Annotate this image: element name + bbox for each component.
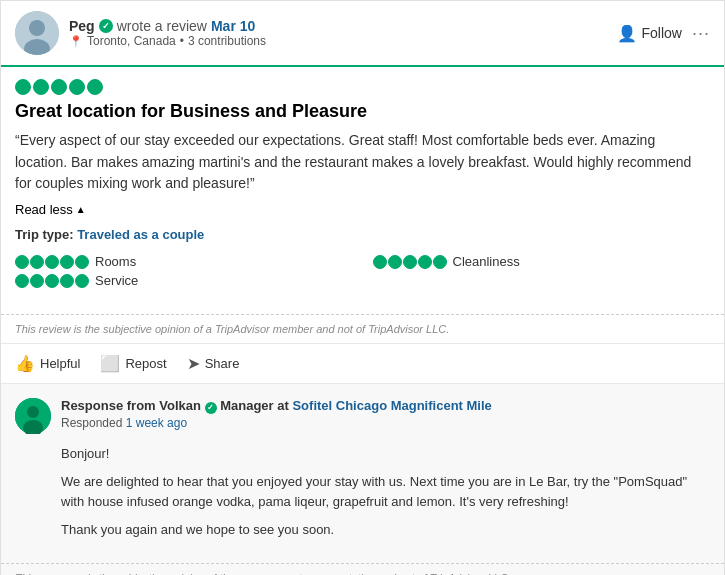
- service-stars: [15, 274, 89, 288]
- hotel-name: Sofitel Chicago Magnificent Mile: [292, 398, 491, 413]
- cleanliness-star-1: [373, 255, 387, 269]
- rooms-star-5: [75, 255, 89, 269]
- rating-service: Service: [15, 273, 353, 288]
- service-star-5: [75, 274, 89, 288]
- avatar: [15, 11, 59, 55]
- repost-icon: ⬜: [100, 354, 120, 373]
- response-from: Response from Volkan ✓ Manager at Sofite…: [61, 398, 710, 414]
- ratings-grid: Rooms Cleanliness: [15, 254, 710, 288]
- read-less-button[interactable]: Read less ▲: [15, 202, 86, 217]
- trip-type-label: Trip type:: [15, 227, 74, 242]
- helpful-button[interactable]: 👍 Helpful: [15, 354, 80, 373]
- cleanliness-star-3: [403, 255, 417, 269]
- response-meta: Response from Volkan ✓ Manager at Sofite…: [61, 398, 710, 430]
- review-card: Peg ✓ wrote a review Mar 10 📍 Toronto, C…: [0, 0, 725, 575]
- user-meta: 📍 Toronto, Canada • 3 contributions: [69, 34, 266, 48]
- review-date: Mar 10: [211, 18, 255, 34]
- more-options-button[interactable]: ···: [692, 23, 710, 44]
- trip-type-value: Traveled as a couple: [77, 227, 204, 242]
- star-4: [69, 79, 85, 95]
- service-star-3: [45, 274, 59, 288]
- read-less-label: Read less: [15, 202, 73, 217]
- star-5: [87, 79, 103, 95]
- repost-button[interactable]: ⬜ Repost: [100, 354, 166, 373]
- rooms-star-1: [15, 255, 29, 269]
- response-time: Responded 1 week ago: [61, 416, 710, 430]
- service-label: Service: [95, 273, 138, 288]
- cleanliness-star-4: [418, 255, 432, 269]
- svg-point-1: [29, 20, 45, 36]
- rooms-star-4: [60, 255, 74, 269]
- response-disclaimer: This response is the subjective opinion …: [1, 563, 724, 575]
- review-text-content: “Every aspect of our stay exceeded our e…: [15, 132, 691, 191]
- star-3: [51, 79, 67, 95]
- response-greeting: Bonjour!: [61, 444, 710, 464]
- follow-label: Follow: [642, 25, 682, 41]
- helpful-label: Helpful: [40, 356, 80, 371]
- header-left: Peg ✓ wrote a review Mar 10 📍 Toronto, C…: [15, 11, 266, 55]
- service-star-4: [60, 274, 74, 288]
- chevron-up-icon: ▲: [76, 204, 86, 215]
- service-star-2: [30, 274, 44, 288]
- share-label: Share: [205, 356, 240, 371]
- header-right: 👤 Follow ···: [617, 23, 710, 44]
- share-icon: ➤: [187, 354, 200, 373]
- star-2: [33, 79, 49, 95]
- manager-role: Manager at: [220, 398, 289, 413]
- user-info: Peg ✓ wrote a review Mar 10 📍 Toronto, C…: [69, 18, 266, 48]
- response-text: Bonjour! We are delighted to hear that y…: [15, 444, 710, 541]
- response-header: Response from Volkan ✓ Manager at Sofite…: [15, 398, 710, 434]
- follow-icon: 👤: [617, 24, 637, 43]
- user-location: Toronto, Canada: [87, 34, 176, 48]
- rooms-star-2: [30, 255, 44, 269]
- user-name: Peg: [69, 18, 95, 34]
- repost-label: Repost: [125, 356, 166, 371]
- cleanliness-stars: [373, 255, 447, 269]
- manager-name: Volkan: [159, 398, 201, 413]
- response-section: Response from Volkan ✓ Manager at Sofite…: [1, 384, 724, 563]
- response-time-value: 1 week ago: [126, 416, 187, 430]
- trip-type: Trip type: Traveled as a couple: [15, 227, 710, 242]
- action-bar: 👍 Helpful ⬜ Repost ➤ Share: [1, 343, 724, 384]
- overall-stars: [15, 79, 710, 95]
- rating-rooms: Rooms: [15, 254, 353, 269]
- review-disclaimer: This review is the subjective opinion of…: [1, 314, 724, 343]
- rating-cleanliness: Cleanliness: [373, 254, 711, 269]
- cleanliness-label: Cleanliness: [453, 254, 520, 269]
- service-star-1: [15, 274, 29, 288]
- response-paragraph1: We are delighted to hear that you enjoye…: [61, 472, 710, 512]
- follow-button[interactable]: 👤 Follow: [617, 24, 682, 43]
- responded-label: Responded: [61, 416, 122, 430]
- user-name-row: Peg ✓ wrote a review Mar 10: [69, 18, 266, 34]
- response-from-label: Response from: [61, 398, 156, 413]
- rooms-star-3: [45, 255, 59, 269]
- review-body: Great location for Business and Pleasure…: [1, 67, 724, 314]
- wrote-label: wrote a review: [117, 18, 207, 34]
- response-paragraph2: Thank you again and we hope to see you s…: [61, 520, 710, 540]
- response-verified-icon: ✓: [205, 402, 217, 414]
- cleanliness-star-2: [388, 255, 402, 269]
- manager-avatar: [15, 398, 51, 434]
- cleanliness-star-5: [433, 255, 447, 269]
- location-pin-icon: 📍: [69, 35, 83, 48]
- review-title: Great location for Business and Pleasure: [15, 101, 710, 122]
- review-text: “Every aspect of our stay exceeded our e…: [15, 130, 710, 195]
- verified-badge-icon: ✓: [99, 19, 113, 33]
- share-button[interactable]: ➤ Share: [187, 354, 240, 373]
- rooms-stars: [15, 255, 89, 269]
- review-header: Peg ✓ wrote a review Mar 10 📍 Toronto, C…: [1, 1, 724, 67]
- svg-point-4: [27, 406, 39, 418]
- rooms-label: Rooms: [95, 254, 136, 269]
- helpful-icon: 👍: [15, 354, 35, 373]
- star-1: [15, 79, 31, 95]
- contributions: 3 contributions: [188, 34, 266, 48]
